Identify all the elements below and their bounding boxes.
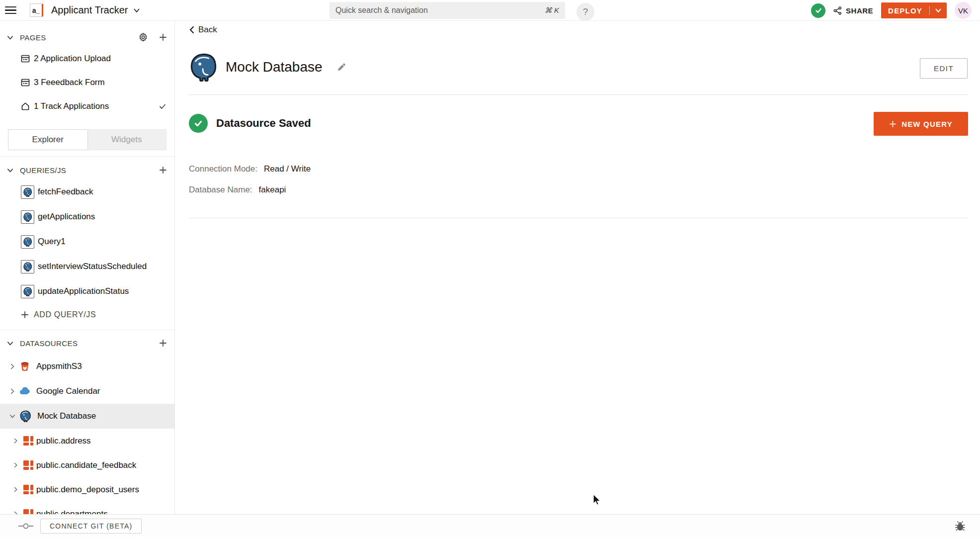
sidebar-item-table-public-address[interactable]: public.address bbox=[0, 429, 174, 453]
bottom-bar: CONNECT GIT (BETA) bbox=[0, 514, 980, 537]
section-divider bbox=[189, 218, 968, 218]
sidebar-item-query-setinterviewstatusscheduled[interactable]: setInterviewStatusScheduled bbox=[0, 254, 174, 279]
datasources-section-header[interactable]: DATASOURCES bbox=[0, 332, 174, 354]
datasource-header: Mock Database bbox=[189, 53, 346, 82]
postgres-icon bbox=[21, 260, 34, 273]
postgres-icon bbox=[21, 210, 34, 224]
app-title[interactable]: Applicant Tracker bbox=[51, 4, 128, 16]
tab-explorer[interactable]: Explorer bbox=[8, 129, 88, 150]
chevron-right-icon[interactable] bbox=[12, 462, 19, 468]
s3-icon bbox=[19, 361, 30, 372]
postgres-logo-icon bbox=[189, 53, 218, 82]
sidebar-item-page-feedback-form[interactable]: 3 Feeedback Form bbox=[0, 71, 174, 94]
page-icon bbox=[21, 78, 30, 87]
chevron-right-icon[interactable] bbox=[12, 486, 19, 493]
sidebar-tab-group: Explorer Widgets bbox=[8, 129, 166, 150]
chevron-down-icon[interactable] bbox=[6, 34, 14, 41]
success-check-icon bbox=[189, 114, 208, 133]
saved-status-icon bbox=[811, 3, 825, 18]
status-text: Datasource Saved bbox=[216, 117, 311, 130]
postgres-icon bbox=[19, 410, 31, 422]
deploy-button[interactable]: DEPLOY bbox=[881, 2, 947, 18]
edit-name-pencil-icon[interactable] bbox=[336, 62, 346, 72]
page-icon bbox=[21, 54, 30, 63]
datasource-detail-panel: Back Mock Database EDIT Datasource Saved… bbox=[175, 21, 980, 514]
pages-section-header[interactable]: PAGES bbox=[0, 28, 174, 47]
sidebar-item-datasource-appsmiths3[interactable]: AppsmithS3 bbox=[0, 354, 174, 379]
add-datasource-plus-icon[interactable] bbox=[159, 339, 167, 347]
sidebar-item-query-updateapplicationstatus[interactable]: updateApplicationStatus bbox=[0, 279, 174, 304]
hamburger-menu-icon[interactable] bbox=[0, 0, 22, 21]
add-query-js-button[interactable]: ADD QUERY/JS bbox=[0, 304, 174, 326]
datasource-saved-status: Datasource Saved bbox=[189, 113, 311, 133]
add-page-plus-icon[interactable] bbox=[159, 33, 167, 41]
help-button[interactable]: ? bbox=[576, 3, 594, 21]
sidebar-item-table-public-demo-deposit-users[interactable]: public.demo_deposit_users bbox=[0, 477, 174, 502]
share-icon bbox=[833, 6, 842, 15]
home-icon bbox=[21, 102, 30, 111]
sidebar-item-page-application-upload[interactable]: 2 Application Upload bbox=[0, 47, 174, 71]
current-page-check-icon bbox=[159, 102, 166, 110]
git-commit-icon bbox=[18, 522, 33, 530]
database-name-field: Database Name: fakeapi bbox=[189, 185, 286, 195]
plus-icon bbox=[21, 311, 29, 319]
table-icon bbox=[23, 485, 33, 495]
topbar-actions: SHARE DEPLOY VK bbox=[811, 0, 972, 21]
chevron-down-icon[interactable] bbox=[6, 167, 14, 174]
appsmith-logo[interactable]: a_ bbox=[30, 3, 43, 17]
quick-search-input[interactable]: Quick search & navigation ⌘ K bbox=[329, 2, 565, 19]
connection-mode-field: Connection Mode: Read / Write bbox=[189, 164, 311, 174]
user-avatar[interactable]: VK bbox=[955, 2, 972, 19]
chevron-right-icon[interactable] bbox=[9, 363, 16, 370]
postgres-icon bbox=[21, 235, 34, 249]
sidebar-item-query-fetchfeedback[interactable]: fetchFeedback bbox=[0, 179, 174, 204]
chevron-right-icon[interactable] bbox=[12, 511, 19, 514]
queries-section-header[interactable]: QUERIES/JS bbox=[0, 161, 174, 179]
page-title: Mock Database bbox=[226, 59, 323, 75]
table-icon bbox=[23, 460, 33, 470]
sidebar-item-query-query1[interactable]: Query1 bbox=[0, 229, 174, 254]
chevron-right-icon[interactable] bbox=[12, 438, 19, 444]
search-shortcut: ⌘ K bbox=[545, 6, 559, 15]
chevron-left-icon bbox=[189, 26, 195, 34]
chevron-down-icon[interactable] bbox=[9, 413, 16, 420]
connect-git-button[interactable]: CONNECT GIT (BETA) bbox=[40, 519, 142, 534]
back-button[interactable]: Back bbox=[189, 25, 217, 35]
tab-widgets[interactable]: Widgets bbox=[87, 130, 166, 150]
chevron-right-icon[interactable] bbox=[9, 388, 16, 395]
header-divider bbox=[189, 94, 968, 95]
chevron-down-icon[interactable] bbox=[133, 7, 140, 14]
new-query-button[interactable]: NEW QUERY bbox=[874, 112, 968, 136]
top-bar: a_ Applicant Tracker Quick search & navi… bbox=[0, 0, 980, 21]
cloud-icon bbox=[19, 386, 30, 397]
postgres-icon bbox=[21, 285, 34, 298]
sidebar-item-datasource-google-calendar[interactable]: Google Calendar bbox=[0, 379, 174, 404]
sidebar-item-query-getapplications[interactable]: getApplications bbox=[0, 204, 174, 229]
pages-settings-gear-icon[interactable] bbox=[138, 32, 148, 42]
share-button[interactable]: SHARE bbox=[833, 6, 873, 15]
debug-bug-icon[interactable] bbox=[954, 520, 966, 532]
chevron-down-icon[interactable] bbox=[6, 340, 14, 347]
search-placeholder: Quick search & navigation bbox=[335, 6, 428, 15]
postgres-icon bbox=[21, 185, 34, 199]
sidebar-item-table-public-candidate-feedback[interactable]: public.candidate_feedback bbox=[0, 453, 174, 477]
plus-icon bbox=[889, 120, 897, 128]
sidebar-item-table-public-departments[interactable]: public.departments bbox=[0, 502, 174, 514]
table-icon bbox=[23, 436, 33, 446]
deploy-chevron-down-icon[interactable] bbox=[930, 7, 947, 14]
add-query-plus-icon[interactable] bbox=[159, 166, 167, 174]
sidebar-item-page-track-applications[interactable]: 1 Track Applications bbox=[0, 94, 174, 118]
explorer-sidebar: PAGES 2 Application Upload 3 Feeedback F… bbox=[0, 21, 175, 514]
sidebar-item-datasource-mock-database[interactable]: Mock Database bbox=[0, 404, 174, 429]
table-icon bbox=[23, 509, 33, 515]
edit-button[interactable]: EDIT bbox=[920, 58, 968, 79]
